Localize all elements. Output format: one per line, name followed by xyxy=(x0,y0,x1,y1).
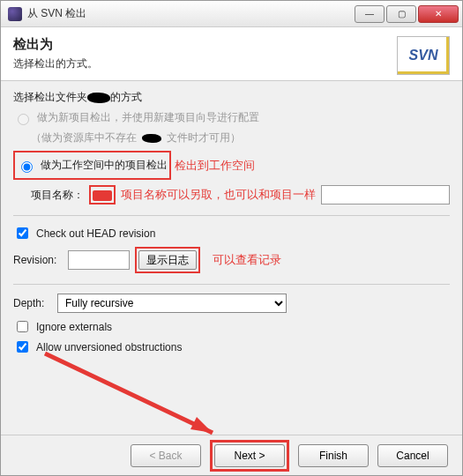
revision-group: Check out HEAD revision Revision: 显示日志 可… xyxy=(13,225,450,273)
project-name-input[interactable] xyxy=(321,185,450,205)
dialog-content: 选择检出文件夹的方式 做为新项目检出，并使用新建项目向导进行配置 （做为资源库中… xyxy=(1,81,462,355)
redacted-icon xyxy=(87,93,110,103)
annotation-box-1: 做为工作空间中的项目检出 xyxy=(13,151,171,180)
annotation-text-3: 可以查看记录 xyxy=(213,252,281,268)
annotation-box-4: Next > xyxy=(210,440,289,472)
svg-marker-1 xyxy=(190,417,213,433)
app-icon xyxy=(8,7,22,21)
window-title: 从 SVN 检出 xyxy=(27,6,355,21)
redacted-icon xyxy=(142,134,161,143)
allow-unversioned-checkbox[interactable]: Allow unversioned obstructions xyxy=(13,338,450,355)
minimize-button[interactable]: — xyxy=(355,5,385,23)
next-button[interactable]: Next > xyxy=(214,444,285,467)
ignore-externals-input[interactable] xyxy=(17,321,28,332)
checkout-mode-group: 选择检出文件夹的方式 做为新项目检出，并使用新建项目向导进行配置 （做为资源库中… xyxy=(13,90,450,205)
annotation-box-2 xyxy=(89,185,116,205)
checkout-head-input[interactable] xyxy=(17,227,28,239)
project-name-label: 项目名称： xyxy=(31,188,84,203)
revision-label: Revision: xyxy=(13,254,63,266)
cancel-button[interactable]: Cancel xyxy=(377,444,448,467)
separator-1 xyxy=(13,215,450,216)
header-subtitle: 选择检出的方式。 xyxy=(13,56,450,71)
annotation-text-1: 检出到工作空间 xyxy=(175,158,255,174)
dialog-header: 检出为 选择检出的方式。 SVN xyxy=(1,27,462,81)
radio-workspace-project[interactable]: 做为工作空间中的项目检出 xyxy=(17,158,168,173)
svn-logo: SVN xyxy=(397,36,450,75)
dialog-footer: < Back Next > Finish Cancel xyxy=(1,435,462,475)
allow-unversioned-input[interactable] xyxy=(17,341,28,353)
svg-line-0 xyxy=(45,353,213,433)
finish-button[interactable]: Finish xyxy=(298,444,369,467)
radio-workspace-project-input[interactable] xyxy=(21,161,33,173)
radio-note: （做为资源库中不存在 文件时才可用） xyxy=(31,130,450,145)
options-group: Depth: Fully recursive Ignore externals … xyxy=(13,294,450,355)
titlebar: 从 SVN 检出 — ▢ ✕ xyxy=(1,1,462,27)
ignore-externals-checkbox[interactable]: Ignore externals xyxy=(13,318,450,335)
separator-2 xyxy=(13,284,450,285)
back-button: < Back xyxy=(131,444,201,467)
maximize-button[interactable]: ▢ xyxy=(386,5,416,23)
radio-new-project: 做为新项目检出，并使用新建项目向导进行配置 xyxy=(13,110,450,125)
annotation-text-2: 项目名称可以另取，也可以和项目一样 xyxy=(121,187,316,203)
depth-select[interactable]: Fully recursive xyxy=(57,294,287,313)
mode-label: 选择检出文件夹的方式 xyxy=(13,90,450,105)
close-button[interactable]: ✕ xyxy=(418,5,459,23)
redacted-value-icon xyxy=(93,190,112,201)
checkout-head-checkbox[interactable]: Check out HEAD revision xyxy=(13,225,450,242)
header-title: 检出为 xyxy=(13,36,450,53)
revision-input[interactable] xyxy=(68,250,130,270)
annotation-box-3: 显示日志 xyxy=(135,247,200,273)
dialog-window: 从 SVN 检出 — ▢ ✕ 检出为 选择检出的方式。 SVN 选择检出文件夹的… xyxy=(0,0,463,476)
show-log-button[interactable]: 显示日志 xyxy=(138,250,197,270)
radio-new-project-input xyxy=(18,114,29,125)
depth-label: Depth: xyxy=(13,297,52,309)
